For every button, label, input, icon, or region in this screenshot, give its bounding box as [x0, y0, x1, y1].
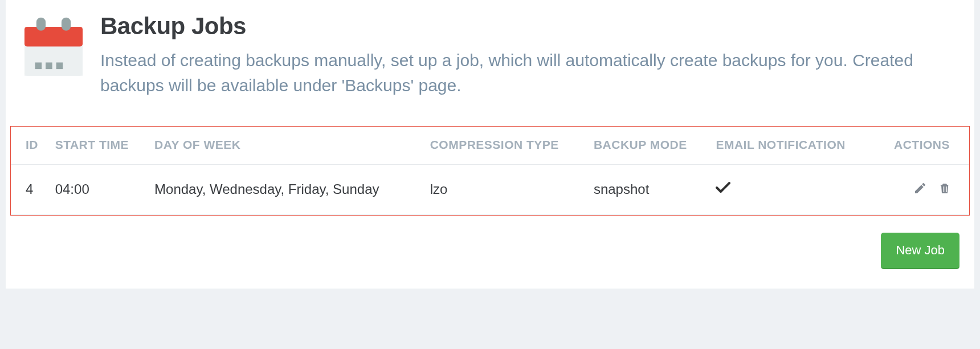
svg-rect-4 [36, 18, 46, 31]
header-text-block: Backup Jobs Instead of creating backups … [100, 13, 963, 98]
trash-icon [938, 181, 952, 195]
svg-rect-2 [24, 47, 83, 76]
page-subtitle: Instead of creating backups manually, se… [100, 48, 963, 98]
delete-button[interactable] [936, 180, 953, 197]
svg-rect-8 [56, 63, 63, 70]
col-start-time: START TIME [50, 127, 149, 165]
cell-backup-mode: snapshot [588, 165, 710, 215]
cell-start-time: 04:00 [50, 165, 149, 215]
cell-id: 4 [11, 165, 50, 215]
check-icon [716, 181, 730, 197]
calendar-icon [21, 16, 87, 80]
table-header-row: ID START TIME DAY OF WEEK COMPRESSION TY… [11, 127, 969, 165]
svg-rect-6 [35, 63, 42, 70]
svg-rect-7 [46, 63, 52, 70]
page-title: Backup Jobs [100, 13, 963, 40]
jobs-table: ID START TIME DAY OF WEEK COMPRESSION TY… [11, 127, 969, 215]
footer-actions: New Job [21, 216, 963, 275]
pencil-icon [913, 181, 927, 195]
edit-button[interactable] [912, 180, 929, 197]
cell-day-of-week: Monday, Wednesday, Friday, Sunday [149, 165, 424, 215]
col-day-of-week: DAY OF WEEK [149, 127, 424, 165]
col-compression: COMPRESSION TYPE [424, 127, 588, 165]
new-job-button[interactable]: New Job [881, 233, 959, 269]
col-backup-mode: BACKUP MODE [588, 127, 710, 165]
jobs-table-container: ID START TIME DAY OF WEEK COMPRESSION TY… [10, 126, 970, 216]
backup-jobs-panel: Backup Jobs Instead of creating backups … [6, 0, 974, 289]
cell-email-notification [710, 165, 875, 215]
svg-rect-5 [62, 18, 71, 31]
page-header: Backup Jobs Instead of creating backups … [21, 13, 963, 98]
table-row: 4 04:00 Monday, Wednesday, Friday, Sunda… [11, 165, 969, 215]
cell-compression: lzo [424, 165, 588, 215]
cell-actions [875, 165, 969, 215]
svg-rect-1 [24, 27, 83, 47]
col-actions: ACTIONS [875, 127, 969, 165]
col-email-notification: EMAIL NOTIFICATION [710, 127, 875, 165]
col-id: ID [11, 127, 50, 165]
